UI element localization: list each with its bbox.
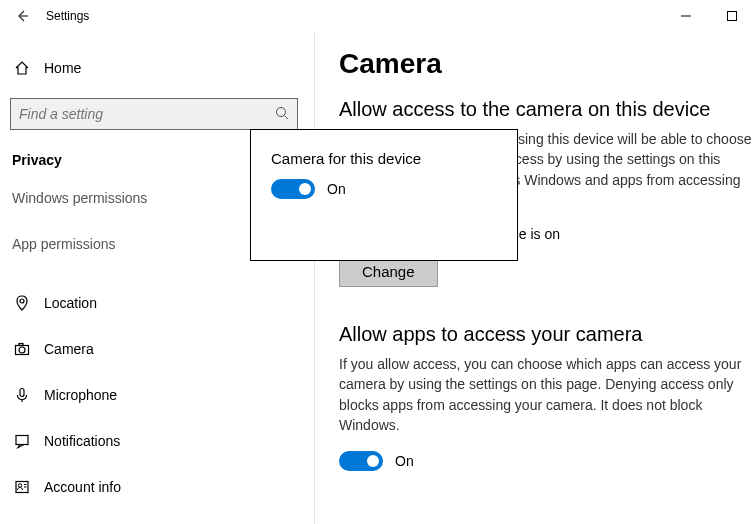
svg-point-4 [20, 299, 24, 303]
svg-point-6 [19, 347, 25, 353]
popup-title: Camera for this device [271, 150, 497, 167]
nav-item-account-info[interactable]: Account info [10, 466, 314, 508]
section1-heading: Allow access to the camera on this devic… [339, 98, 755, 121]
svg-rect-10 [16, 436, 28, 445]
apps-camera-toggle-label: On [395, 453, 414, 469]
nav-home-label: Home [44, 60, 81, 76]
device-camera-toggle[interactable] [271, 179, 315, 199]
search-icon [275, 106, 289, 123]
nav-item-notifications[interactable]: Notifications [10, 420, 314, 462]
section2-heading: Allow apps to access your camera [339, 323, 755, 346]
title-bar: Settings [0, 0, 755, 32]
back-arrow-icon [14, 8, 30, 24]
nav-item-label: Notifications [44, 433, 120, 449]
search-box[interactable] [10, 98, 298, 130]
device-camera-toggle-row: On [271, 179, 497, 199]
nav-item-label: Camera [44, 341, 94, 357]
nav-item-label: Microphone [44, 387, 117, 403]
svg-line-3 [285, 115, 289, 119]
nav-home[interactable]: Home [10, 48, 314, 88]
svg-rect-7 [19, 344, 23, 346]
camera-device-popup: Camera for this device On [250, 129, 518, 261]
app-title: Settings [46, 9, 89, 23]
apps-camera-toggle-row: On [339, 451, 755, 471]
svg-point-12 [18, 484, 21, 487]
section2-text: If you allow access, you can choose whic… [339, 354, 755, 435]
device-camera-toggle-label: On [327, 181, 346, 197]
svg-rect-1 [728, 12, 737, 21]
sidebar: Home Privacy Windows permissions App per… [0, 32, 315, 524]
nav-item-label: Account info [44, 479, 121, 495]
maximize-button[interactable] [709, 0, 755, 32]
maximize-icon [727, 11, 737, 21]
account-info-icon [12, 479, 32, 495]
location-icon [12, 295, 32, 311]
minimize-button[interactable] [663, 0, 709, 32]
page-title: Camera [339, 48, 755, 80]
nav-item-label: Location [44, 295, 97, 311]
home-icon [12, 60, 32, 76]
window-controls [663, 0, 755, 32]
apps-camera-toggle[interactable] [339, 451, 383, 471]
svg-rect-8 [20, 389, 24, 397]
back-button[interactable] [6, 0, 38, 32]
nav-item-location[interactable]: Location [10, 282, 314, 324]
microphone-icon [12, 387, 32, 403]
minimize-icon [681, 11, 691, 21]
nav-item-microphone[interactable]: Microphone [10, 374, 314, 416]
notifications-icon [12, 433, 32, 449]
camera-icon [12, 341, 32, 357]
main-content: Camera Allow access to the camera on thi… [315, 32, 755, 524]
svg-point-2 [277, 107, 286, 116]
nav-item-camera[interactable]: Camera [10, 328, 314, 370]
search-input[interactable] [19, 106, 275, 122]
